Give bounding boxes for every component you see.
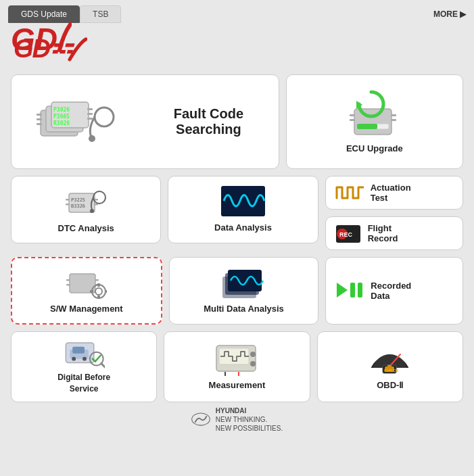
top-row: P3026 P3665 R3026: [11, 74, 463, 169]
svg-point-7: [95, 108, 114, 126]
svg-rect-51: [350, 283, 355, 298]
slogan-line2: NEW POSSIBILITIES.: [216, 425, 283, 432]
measurement-icon: [215, 342, 259, 376]
flight-record-icon: REC: [335, 222, 361, 244]
gds-logo: GD𝌂: [14, 34, 460, 65]
more-arrow-icon: ▶: [460, 9, 466, 19]
fault-code-chips-icon: P3026 P3665 R3026: [34, 91, 128, 152]
svg-rect-9: [37, 114, 42, 116]
svg-point-8: [89, 135, 95, 142]
multi-data-analysis-card[interactable]: Multi Data Analysis: [169, 257, 319, 325]
svg-rect-26: [66, 199, 70, 201]
flight-record-label-line1: Flight: [368, 223, 398, 233]
dtc-icon: P3225 B3326: [66, 185, 106, 219]
svg-rect-13: [87, 113, 93, 115]
svg-rect-46: [105, 290, 107, 293]
svg-text:GD: GD: [11, 22, 57, 55]
svg-text:REC: REC: [339, 231, 353, 238]
actuation-label-line1: Actuation: [371, 183, 411, 193]
obd2-label: OBD-Ⅱ: [377, 380, 403, 391]
svg-rect-11: [37, 123, 42, 125]
brand-name: HYUNDAI: [216, 406, 283, 415]
more-button[interactable]: MORE ▶: [433, 9, 466, 19]
svg-line-67: [375, 352, 377, 356]
digital-before-service-label: Digital BeforeService: [57, 372, 110, 395]
flight-record-label-group: Flight Record: [368, 223, 398, 243]
data-analysis-icon: [221, 186, 265, 218]
svg-rect-20: [391, 114, 396, 116]
svg-rect-39: [95, 279, 99, 281]
recorded-data-label-line1: Recorded: [371, 281, 411, 291]
svg-text:P3026: P3026: [53, 107, 70, 113]
svg-text:CHECK: CHECK: [384, 368, 399, 373]
footer: HYUNDAI NEW THINKING. NEW POSSIBILITIES.: [0, 402, 474, 435]
svg-text:R3026: R3026: [53, 120, 70, 126]
digital-before-service-card[interactable]: Digital BeforeService: [11, 331, 157, 402]
svg-rect-49: [228, 270, 262, 291]
svg-rect-15: [354, 109, 392, 135]
recorded-data-col: Recorded Data: [325, 257, 463, 325]
svg-rect-45: [90, 290, 93, 293]
ecu-upgrade-icon: [348, 89, 402, 139]
recorded-data-card[interactable]: Recorded Data: [325, 257, 463, 325]
svg-rect-44: [97, 295, 100, 299]
sw-management-icon: [66, 267, 107, 300]
actuation-test-label-group: Actuation Test: [371, 183, 411, 203]
fault-code-label-area: Fault Code Searching: [148, 106, 268, 137]
svg-rect-55: [72, 347, 85, 354]
bottom-row: Digital BeforeService Measurement: [11, 331, 463, 402]
multi-data-label: Multi Data Analysis: [204, 304, 284, 315]
sw-management-card[interactable]: S/W Management: [11, 257, 162, 325]
svg-point-31: [90, 209, 94, 213]
svg-rect-10: [37, 118, 42, 120]
actuation-test-card[interactable]: Actuation Test: [325, 176, 463, 210]
obd2-icon: CHECK: [368, 342, 412, 376]
svg-rect-12: [87, 108, 93, 110]
sw-management-label: S/W Management: [50, 304, 123, 315]
svg-point-62: [250, 352, 256, 357]
svg-text:B3326: B3326: [71, 204, 85, 209]
hyundai-logo-icon: [191, 410, 210, 429]
svg-rect-14: [87, 118, 93, 120]
lower-middle-row: S/W Management Multi Data Analysis: [11, 257, 463, 325]
main-content: P3026 P3665 R3026: [0, 68, 474, 402]
recorded-data-label-group: Recorded Data: [371, 281, 411, 301]
multi-data-icon: [221, 267, 267, 300]
svg-point-63: [250, 361, 256, 366]
obd2-card[interactable]: CHECK OBD-Ⅱ: [317, 331, 463, 402]
tab-tsb[interactable]: TSB: [80, 5, 121, 23]
digital-before-service-icon: [63, 339, 105, 372]
svg-point-42: [95, 288, 102, 295]
recorded-data-label-line2: Data: [371, 291, 411, 301]
svg-point-57: [82, 357, 87, 361]
svg-line-68: [402, 352, 404, 356]
footer-text: HYUNDAI NEW THINKING. NEW POSSIBILITIES.: [216, 406, 283, 433]
data-analysis-card[interactable]: Data Analysis: [168, 176, 318, 243]
fault-code-icon-area: P3026 P3665 R3026: [21, 91, 141, 152]
svg-rect-38: [66, 284, 70, 286]
flight-record-card[interactable]: REC Flight Record: [325, 216, 463, 250]
ecu-upgrade-label: ECU Upgrade: [346, 143, 403, 155]
svg-rect-43: [97, 283, 100, 287]
dtc-analysis-card[interactable]: P3225 B3326 DTC Analysis: [11, 176, 161, 243]
svg-rect-21: [391, 119, 396, 121]
recorded-data-icon: [335, 280, 364, 302]
dtc-analysis-label: DTC Analysis: [58, 223, 114, 235]
gds-logo: GD: [11, 20, 72, 58]
actuation-label-line2: Test: [371, 193, 411, 203]
actuation-icon: [335, 182, 364, 204]
svg-text:P3665: P3665: [53, 114, 70, 120]
svg-rect-37: [66, 279, 70, 281]
measurement-label: Measurement: [209, 380, 266, 391]
svg-rect-18: [350, 114, 355, 116]
svg-marker-50: [337, 283, 348, 298]
svg-rect-32: [221, 186, 265, 216]
svg-rect-19: [350, 119, 355, 121]
ecu-upgrade-card[interactable]: ECU Upgrade: [286, 74, 463, 169]
fault-code-title: Fault Code Searching: [148, 106, 268, 137]
svg-line-59: [101, 364, 105, 368]
measurement-card[interactable]: Measurement: [164, 331, 310, 402]
data-analysis-label: Data Analysis: [214, 222, 272, 234]
svg-text:P3225: P3225: [71, 197, 85, 203]
fault-code-card[interactable]: P3026 P3665 R3026: [11, 74, 279, 169]
